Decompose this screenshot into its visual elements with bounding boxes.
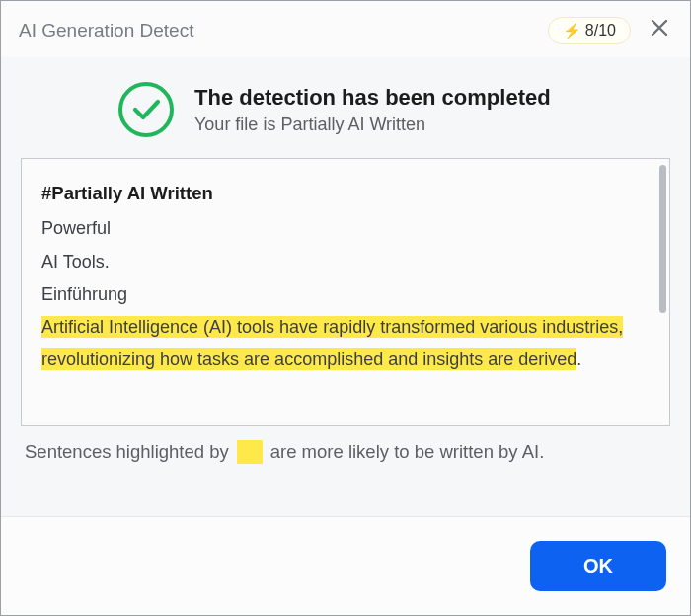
bolt-icon: ⚡ (563, 23, 581, 38)
ok-button[interactable]: OK (530, 541, 666, 591)
svg-point-0 (120, 84, 172, 135)
legend-after: are more likely to be written by AI. (270, 441, 545, 463)
results-line: Powerful (41, 212, 650, 245)
legend: Sentences highlighted by are more likely… (21, 426, 670, 464)
status-row: The detection has been completed Your fi… (21, 75, 670, 158)
titlebar: AI Generation Detect ⚡ 8/10 (1, 1, 690, 57)
dialog-footer: OK (1, 516, 690, 615)
results-panel: #Partially AI Written Powerful AI Tools.… (21, 158, 670, 426)
dialog-title: AI Generation Detect (19, 20, 193, 41)
results-line: AI Tools. (41, 246, 650, 278)
scrollbar-thumb[interactable] (659, 165, 666, 313)
results-heading: #Partially AI Written (41, 177, 650, 210)
highlight-swatch (237, 440, 263, 464)
close-icon[interactable] (645, 15, 674, 45)
dialog-content: The detection has been completed Your fi… (1, 57, 690, 516)
results-highlighted-line: Artificial Intelligence (AI) tools have … (41, 311, 650, 377)
status-heading: The detection has been completed (194, 85, 551, 111)
legend-before: Sentences highlighted by (25, 441, 229, 463)
status-text: The detection has been completed Your fi… (194, 85, 551, 135)
highlighted-text: Artificial Intelligence (AI) tools have … (41, 316, 623, 370)
results-period: . (576, 349, 581, 369)
credits-badge[interactable]: ⚡ 8/10 (548, 17, 631, 44)
check-circle-icon (117, 81, 175, 138)
status-sub: Your file is Partially AI Written (194, 115, 551, 135)
ai-detect-dialog: AI Generation Detect ⚡ 8/10 The detectio… (0, 0, 691, 616)
titlebar-right: ⚡ 8/10 (548, 15, 674, 45)
results-line: Einführung (41, 278, 650, 311)
results-text: #Partially AI Written Powerful AI Tools.… (41, 177, 650, 377)
credits-count: 8/10 (585, 22, 616, 39)
